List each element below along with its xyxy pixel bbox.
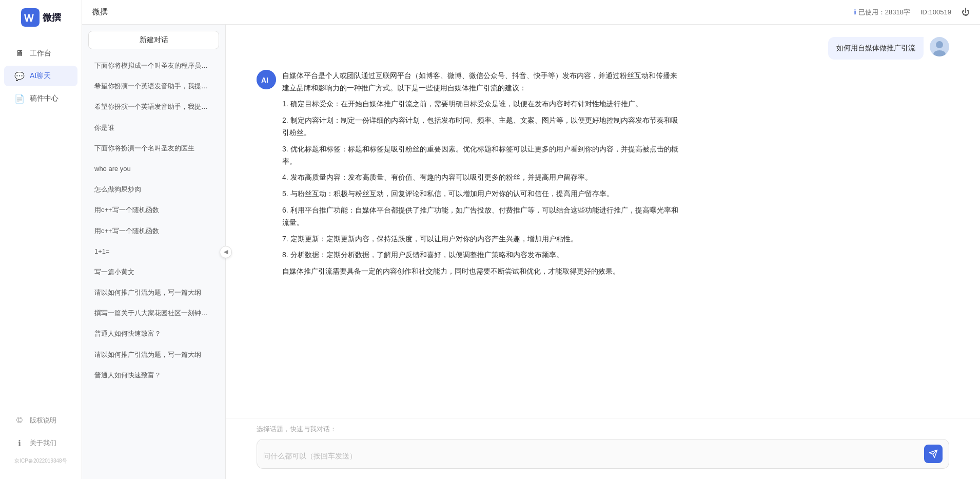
messages: 如何用自媒体做推广引流 AI 自媒体平台是个人或团队通过互联网平台（如博客、微博…: [226, 25, 980, 418]
chat-item-12[interactable]: 请以如何推广引流为题，写一篇大纲: [86, 283, 221, 302]
ai-para-8: 8. 分析数据：定期分析数据，了解用户反馈和喜好，以便调整推广策略和内容发布频率…: [282, 249, 682, 261]
user-bubble: 如何用自媒体做推广引流: [828, 37, 924, 60]
ai-avatar: AI: [257, 70, 276, 89]
sidebar-item-workspace[interactable]: 🖥 工作台: [4, 43, 77, 64]
sidebar-item-workspace-label: 工作台: [30, 49, 51, 58]
content: 新建对话 下面你将模拟成一个叫圣友的程序员，我说... 希望你扮演一个英语发音助…: [82, 25, 980, 479]
sidebar-item-copyright-label: 版权说明: [30, 416, 56, 425]
drafts-icon: 📄: [14, 93, 25, 104]
ai-para-4: 4. 发布高质量内容：发布高质量、有价值、有趣的内容可以吸引更多的粉丝，并提高用…: [282, 171, 682, 184]
svg-text:AI: AI: [261, 76, 268, 84]
new-chat-button[interactable]: 新建对话: [88, 31, 219, 49]
chat-item-8[interactable]: 用c++写一个随机函数: [86, 200, 221, 220]
power-icon[interactable]: ⏻: [962, 8, 970, 17]
main: 微撰 ℹ 已使用：28318字 ID:100519 ⏻ 新建对话 下面你将模拟成…: [82, 0, 980, 479]
chat-item-9[interactable]: 用c++写一个随机函数: [86, 221, 221, 241]
input-area: 选择话题，快速与我对话：: [226, 418, 980, 479]
ai-para-1: 1. 确定目标受众：在开始自媒体推广引流之前，需要明确目标受众是谁，以便在发布内…: [282, 98, 682, 110]
topbar-title: 微撰: [92, 7, 846, 17]
chat-list-panel: 新建对话 下面你将模拟成一个叫圣友的程序员，我说... 希望你扮演一个英语发音助…: [82, 25, 226, 479]
topbar: 微撰 ℹ 已使用：28318字 ID:100519 ⏻: [82, 0, 980, 25]
usage-text: 已使用：28318字: [858, 8, 910, 17]
ai-chat-icon: 💬: [14, 71, 25, 81]
user-message-text: 如何用自媒体做推广引流: [836, 44, 915, 52]
ai-para-7: 7. 定期更新：定期更新内容，保持活跃度，可以让用户对你的内容产生兴趣，增加用户…: [282, 233, 682, 245]
logo-icon: W: [21, 8, 40, 27]
ai-para-3: 3. 优化标题和标签：标题和标签是吸引粉丝的重要因素。优化标题和标签可以让更多的…: [282, 143, 682, 168]
copyright-icon: ©: [14, 415, 25, 426]
send-icon: [929, 449, 938, 458]
ai-para-9: 自媒体推广引流需要具备一定的内容创作和社交能力，同时也需要不断尝试和优化，才能取…: [282, 265, 682, 278]
send-button[interactable]: [924, 445, 943, 463]
logo-area: W 微撰: [13, 8, 69, 27]
chat-item-3[interactable]: 希望你扮演一个英语发音助手，我提供给你...: [86, 97, 221, 117]
ai-bubble: 自媒体平台是个人或团队通过互联网平台（如博客、微博、微信公众号、抖音、快手等）发…: [282, 70, 682, 278]
chat-area: 如何用自媒体做推广引流 AI 自媒体平台是个人或团队通过互联网平台（如博客、微博…: [226, 25, 980, 479]
workspace-icon: 🖥: [14, 48, 25, 59]
chat-item-2[interactable]: 希望你扮演一个英语发音助手，我提供给你...: [86, 76, 221, 96]
chat-item-7[interactable]: 怎么做狗屎炒肉: [86, 180, 221, 199]
user-avatar-img: [930, 37, 949, 56]
topbar-usage: ℹ 已使用：28318字: [854, 8, 910, 17]
chat-item-1[interactable]: 下面你将模拟成一个叫圣友的程序员，我说...: [86, 56, 221, 75]
panel-wrapper: 新建对话 下面你将模拟成一个叫圣友的程序员，我说... 希望你扮演一个英语发音助…: [82, 25, 226, 479]
nav-bottom: © 版权说明 ℹ 关于我们 京ICP备2022019348号: [0, 410, 82, 471]
input-box: [257, 439, 949, 469]
sidebar-item-about-label: 关于我们: [30, 438, 56, 448]
nav-items: 🖥 工作台 💬 AI聊天 📄 稿件中心: [0, 43, 82, 410]
chat-item-14[interactable]: 普通人如何快速致富？: [86, 324, 221, 343]
ai-para-0: 自媒体平台是个人或团队通过互联网平台（如博客、微博、微信公众号、抖音、快手等）发…: [282, 70, 682, 94]
sidebar-item-ai-chat[interactable]: 💬 AI聊天: [4, 66, 77, 86]
chat-item-10[interactable]: 1+1=: [86, 242, 221, 261]
chat-item-16[interactable]: 普通人如何快速致富？: [86, 366, 221, 385]
ai-para-2: 2. 制定内容计划：制定一份详细的内容计划，包括发布时间、频率、主题、文案、图片…: [282, 114, 682, 139]
ai-avatar-img: AI: [257, 70, 276, 89]
quick-topics-label: 选择话题，快速与我对话：: [257, 425, 949, 434]
about-icon: ℹ: [14, 438, 25, 448]
ai-para-6: 6. 利用平台推广功能：自媒体平台都提供了推广功能，如广告投放、付费推广等，可以…: [282, 204, 682, 229]
sidebar-item-copyright[interactable]: © 版权说明: [4, 410, 77, 431]
topbar-id: ID:100519: [920, 8, 951, 16]
sidebar: W 微撰 🖥 工作台 💬 AI聊天 📄 稿件中心 © 版权说明 ℹ 关于我们 京…: [0, 0, 82, 479]
chat-item-11[interactable]: 写一篇小黄文: [86, 262, 221, 282]
chat-input[interactable]: [263, 451, 920, 463]
svg-text:W: W: [24, 12, 34, 24]
topbar-right: ℹ 已使用：28318字 ID:100519 ⏻: [854, 8, 970, 17]
chat-item-6[interactable]: who are you: [86, 159, 221, 179]
ai-message: AI 自媒体平台是个人或团队通过互联网平台（如博客、微博、微信公众号、抖音、快手…: [257, 70, 949, 278]
chat-item-4[interactable]: 你是谁: [86, 118, 221, 138]
sidebar-item-ai-chat-label: AI聊天: [30, 71, 51, 81]
chat-item-5[interactable]: 下面你将扮演一个名叫圣友的医生: [86, 139, 221, 158]
usage-info-icon: ℹ: [854, 8, 856, 16]
collapse-panel-button[interactable]: ◀: [220, 246, 232, 258]
sidebar-item-drafts[interactable]: 📄 稿件中心: [4, 88, 77, 109]
chat-item-15[interactable]: 请以如何推广引流为题，写一篇大纲: [86, 345, 221, 365]
ai-para-5: 5. 与粉丝互动：积极与粉丝互动，回复评论和私信，可以增加用户对你的认可和信任，…: [282, 188, 682, 200]
logo-text: 微撰: [43, 11, 61, 24]
svg-point-3: [936, 41, 943, 48]
user-message: 如何用自媒体做推广引流: [257, 37, 949, 60]
sidebar-item-drafts-label: 稿件中心: [30, 94, 58, 103]
chat-item-13[interactable]: 撰写一篇关于八大家花园社区一刻钟便民生...: [86, 303, 221, 323]
sidebar-item-about[interactable]: ℹ 关于我们: [4, 433, 77, 453]
user-avatar: [930, 37, 949, 56]
icp-text: 京ICP备2022019348号: [0, 455, 82, 467]
